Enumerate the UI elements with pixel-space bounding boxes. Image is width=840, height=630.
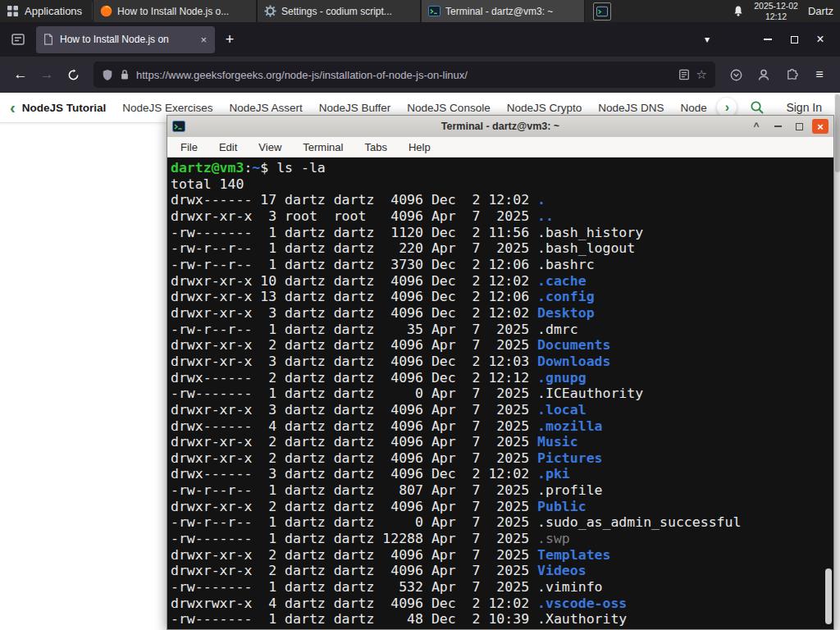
- clock[interactable]: 2025-12-02 12:12: [754, 1, 798, 21]
- toolbar-right-icons: ≡: [724, 62, 832, 87]
- url-text[interactable]: https://www.geeksforgeeks.org/node-js/in…: [136, 69, 672, 81]
- system-tray: [593, 0, 611, 22]
- browser-tab[interactable]: How to Install Node.js on ×: [36, 26, 215, 53]
- browser-scrollbar[interactable]: [834, 93, 840, 630]
- taskbar-window-label: How to Install Node.js o...: [117, 6, 229, 17]
- new-tab-button[interactable]: +: [218, 28, 241, 51]
- terminal-output-line: -rw-r--r-- 1 dartz dartz 220 Apr 7 2025 …: [171, 240, 833, 257]
- search-icon[interactable]: [750, 100, 765, 115]
- terminal-window: Terminal - dartz@vm3: ~ ^ × File Edit Vi…: [167, 115, 834, 630]
- terminal-output-line: drwxr-xr-x 3 dartz dartz 4096 Dec 2 12:0…: [171, 354, 833, 370]
- pocket-icon[interactable]: [724, 62, 748, 87]
- terminal-window-controls: ^ ×: [748, 119, 829, 134]
- taskbar-window-firefox[interactable]: How to Install Node.js o...: [93, 0, 257, 22]
- terminal-output-line: drwxr-xr-x 10 dartz dartz 4096 Dec 2 12:…: [171, 273, 833, 290]
- firefox-view-button[interactable]: [7, 28, 30, 51]
- menu-icon[interactable]: ≡: [807, 62, 832, 87]
- applications-menu[interactable]: Applications: [0, 0, 92, 22]
- close-button[interactable]: ×: [807, 27, 833, 52]
- terminal-output-line: drwxr-xr-x 13 dartz dartz 4096 Dec 2 12:…: [171, 289, 833, 305]
- terminal-output-line: drwxrwxr-x 4 dartz dartz 4096 Dec 2 12:0…: [171, 596, 833, 612]
- terminal-output-line: drwxr-xr-x 3 root root 4096 Apr 7 2025 .…: [171, 208, 833, 225]
- terminal-output-line: drwx------ 17 dartz dartz 4096 Dec 2 12:…: [171, 192, 833, 208]
- bookmark-star-icon[interactable]: ☆: [696, 67, 707, 82]
- typed-command: ls -la: [276, 160, 326, 176]
- terminal-close-button[interactable]: ×: [812, 119, 829, 134]
- shade-button[interactable]: ^: [748, 119, 765, 134]
- taskbar-window-terminal[interactable]: Terminal - dartz@vm3: ~: [421, 0, 585, 22]
- terminal-output-line: -rw------- 1 dartz dartz 12288 Apr 7 202…: [171, 531, 833, 547]
- url-bar[interactable]: https://www.geeksforgeeks.org/node-js/in…: [94, 62, 715, 88]
- system-taskbar: Applications How to Install Node.js o...…: [0, 0, 840, 22]
- clock-date: 2025-12-02: [754, 1, 798, 11]
- terminal-maximize-button[interactable]: [791, 119, 807, 134]
- prompt-symbol: $: [260, 160, 276, 176]
- nav-item[interactable]: NodeJS Crypto: [507, 102, 582, 114]
- terminal-title: Terminal - dartz@vm3: ~: [167, 121, 833, 132]
- terminal-output-line: drwxr-xr-x 2 dartz dartz 4096 Apr 7 2025…: [171, 547, 833, 564]
- menu-help[interactable]: Help: [409, 141, 431, 153]
- terminal-output-line: drwxr-xr-x 2 dartz dartz 4096 Apr 7 2025…: [171, 337, 833, 354]
- terminal-screen[interactable]: dartz@vm3:~$ ls -la total 140 drwx------…: [167, 158, 833, 629]
- restore-button[interactable]: [781, 27, 807, 52]
- extensions-icon[interactable]: [779, 62, 804, 87]
- terminal-output-line: -rw-r--r-- 1 dartz dartz 807 Apr 7 2025 …: [171, 482, 833, 499]
- reader-mode-icon[interactable]: [678, 69, 690, 80]
- back-button[interactable]: ←: [8, 62, 33, 87]
- menu-terminal[interactable]: Terminal: [303, 141, 343, 153]
- terminal-output-line: drwx------ 4 dartz dartz 4096 Apr 7 2025…: [171, 418, 833, 435]
- shield-icon[interactable]: [102, 69, 113, 81]
- prompt-path: ~: [252, 160, 260, 176]
- gear-icon: [264, 5, 276, 17]
- firefox-icon: [100, 5, 112, 17]
- terminal-output-line: drwxr-xr-x 3 dartz dartz 4096 Apr 7 2025…: [171, 402, 833, 418]
- nav-prev-icon[interactable]: ‹: [10, 98, 16, 117]
- firefox-tabstrip: How to Install Node.js on × + ▾ ×: [0, 22, 840, 57]
- terminal-output-line: drwxr-xr-x 2 dartz dartz 4096 Apr 7 2025…: [171, 563, 833, 579]
- nav-item[interactable]: NodeJS Buffer: [319, 102, 391, 114]
- account-icon[interactable]: [751, 62, 776, 87]
- terminal-output-line: -rw-r--r-- 1 dartz dartz 35 Apr 7 2025 .…: [171, 322, 833, 338]
- browser-scrollbar-thumb[interactable]: [835, 94, 840, 172]
- bell-icon[interactable]: [733, 5, 744, 17]
- menu-file[interactable]: File: [180, 141, 198, 153]
- reload-button[interactable]: [61, 62, 85, 87]
- prompt-separator: :: [244, 160, 252, 176]
- user-menu[interactable]: Dartz: [808, 5, 833, 17]
- tray-terminal-icon[interactable]: [593, 2, 611, 21]
- clock-time: 12:12: [765, 11, 787, 22]
- terminal-output-line: -rw------- 1 dartz dartz 532 Apr 7 2025 …: [171, 579, 833, 596]
- minimize-icon: [764, 39, 772, 40]
- terminal-output-line: drwx------ 2 dartz dartz 4096 Dec 2 12:1…: [171, 370, 833, 386]
- taskbar-window-settings[interactable]: Settings - codium script...: [257, 0, 421, 22]
- terminal-output: drwx------ 17 dartz dartz 4096 Dec 2 12:…: [171, 192, 833, 629]
- lock-icon[interactable]: [120, 69, 130, 80]
- nav-item[interactable]: Node: [681, 102, 707, 114]
- minimize-button[interactable]: [755, 27, 781, 52]
- restore-icon: [791, 36, 798, 43]
- terminal-output-line: drwxr-xr-x 2 dartz dartz 4096 Apr 7 2025…: [171, 434, 833, 450]
- terminal-minimize-button[interactable]: [769, 119, 786, 134]
- nav-item[interactable]: NodeJS DNS: [598, 102, 664, 114]
- taskbar-right: 2025-12-02 12:12 Dartz: [733, 0, 840, 22]
- window-controls: ×: [755, 27, 833, 52]
- page-favicon: [43, 34, 54, 45]
- menu-view[interactable]: View: [258, 141, 281, 153]
- list-all-tabs-button[interactable]: ▾: [696, 28, 719, 51]
- forward-button[interactable]: →: [34, 62, 59, 87]
- terminal-titlebar[interactable]: Terminal - dartz@vm3: ~ ^ ×: [167, 116, 833, 137]
- terminal-output-line: -rw------- 1 dartz dartz 48 Dec 2 10:39 …: [171, 611, 833, 628]
- nav-item[interactable]: NodeJS Exercises: [122, 102, 212, 114]
- terminal-output-line: drwxr-xr-x 2 dartz dartz 4096 Apr 7 2025…: [171, 499, 833, 515]
- terminal-output-line: -rw------- 1 dartz dartz 0 Apr 7 2025 .I…: [171, 386, 833, 402]
- menu-edit[interactable]: Edit: [219, 141, 237, 153]
- menu-tabs[interactable]: Tabs: [364, 141, 386, 153]
- nav-item[interactable]: NodeJS Console: [407, 102, 490, 114]
- terminal-prompt-line: dartz@vm3:~$ ls -la: [171, 160, 833, 176]
- terminal-window-icon: [172, 120, 185, 133]
- terminal-scrollbar-thumb[interactable]: [825, 568, 832, 624]
- taskbar-window-label: Terminal - dartz@vm3: ~: [445, 6, 553, 17]
- nav-item-tutorial[interactable]: NodeJS Tutorial: [22, 102, 107, 114]
- tab-close-icon[interactable]: ×: [199, 34, 208, 46]
- nav-item[interactable]: NodeJS Assert: [229, 102, 302, 114]
